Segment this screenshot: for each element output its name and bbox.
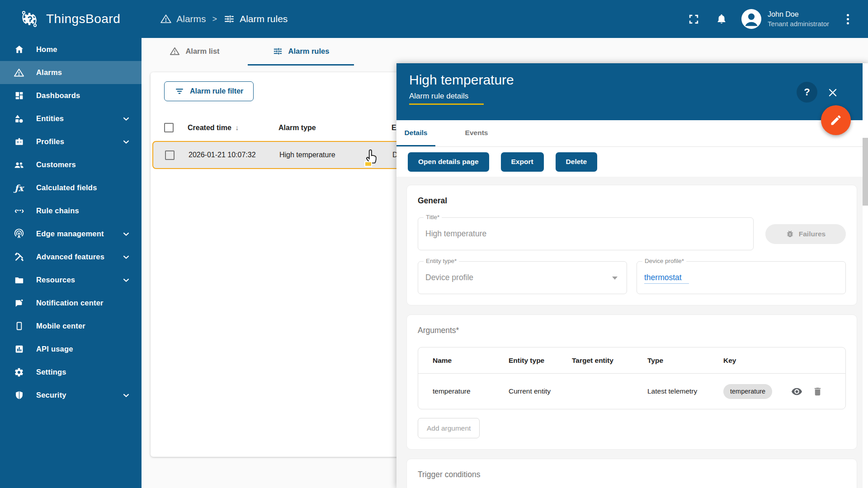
- entities-icon: [13, 114, 25, 124]
- top-app-bar: ThingsBoard Alarms > Alarm rules: [0, 0, 868, 38]
- notifications-button[interactable]: [712, 9, 731, 29]
- panel-tabs: Details Events: [396, 120, 868, 147]
- sidebar-item-label: Advanced features: [36, 253, 104, 261]
- dashboards-icon: [13, 91, 25, 100]
- sidebar-item-edge-management[interactable]: Edge management: [0, 222, 142, 245]
- trigger-conditions-heading: Trigger conditions: [418, 470, 846, 479]
- sidebar-item-dashboards[interactable]: Dashboards: [0, 84, 142, 107]
- avatar[interactable]: [741, 9, 761, 29]
- user-info[interactable]: John Doe Tenant administrator: [768, 10, 829, 28]
- sidebar-item-settings[interactable]: Settings: [0, 361, 142, 384]
- rule-chains-icon: ‹··›: [13, 206, 25, 216]
- row-checkbox[interactable]: [165, 150, 175, 160]
- chevron-down-icon: [122, 137, 131, 146]
- title-field[interactable]: Title* High temperature: [418, 217, 754, 250]
- sidebar-item-entities[interactable]: Entities: [0, 107, 142, 130]
- sidebar-item-label: Notification center: [36, 299, 104, 307]
- title-field-value: High temperature: [418, 218, 753, 239]
- tab-alarm-list[interactable]: Alarm list: [142, 38, 248, 66]
- argument-entity-type: Current entity: [509, 387, 572, 395]
- topbar-actions: John Doe Tenant administrator: [684, 9, 854, 29]
- close-panel-button[interactable]: [824, 84, 842, 102]
- sidebar-item-alarms[interactable]: Alarms: [0, 61, 142, 84]
- select-all-checkbox[interactable]: [164, 123, 174, 132]
- tools-icon: [13, 252, 25, 262]
- panel-body: General Title* High temperature Failures: [396, 177, 863, 488]
- trash-icon[interactable]: [812, 386, 823, 397]
- sidebar-item-home[interactable]: Home: [0, 38, 142, 61]
- sort-descending-icon: ↓: [235, 124, 239, 132]
- arguments-table: Name Entity type Target entity Type Key …: [418, 347, 846, 409]
- sidebar-item-rule-chains[interactable]: ‹··› Rule chains: [0, 199, 142, 222]
- user-name: John Doe: [768, 10, 829, 19]
- tab-details[interactable]: Details: [396, 120, 435, 146]
- column-alarm-type[interactable]: Alarm type: [278, 124, 316, 132]
- alarm-rule-filter-button[interactable]: Alarm rule filter: [164, 81, 254, 101]
- panel-scrollbar-track[interactable]: [863, 63, 868, 488]
- customers-icon: [13, 160, 25, 170]
- warning-icon: [160, 13, 172, 25]
- tab-events[interactable]: Events: [457, 120, 496, 146]
- sidebar-item-resources[interactable]: Resources: [0, 268, 142, 291]
- more-menu-button[interactable]: [841, 14, 854, 24]
- breadcrumb-alarm-rules[interactable]: Alarm rules: [223, 13, 288, 25]
- chevron-down-icon: [122, 391, 131, 400]
- sidebar-item-api-usage[interactable]: API usage: [0, 338, 142, 361]
- sidebar-item-label: API usage: [36, 345, 73, 353]
- dropdown-arrow-icon: [612, 277, 618, 280]
- argument-name: temperature: [433, 387, 509, 395]
- antenna-icon: [13, 229, 25, 239]
- help-button[interactable]: ?: [797, 82, 817, 103]
- argument-row: temperature Current entity Latest teleme…: [418, 374, 845, 409]
- panel-scrollbar-thumb[interactable]: [863, 138, 868, 206]
- edit-fab-button[interactable]: [821, 105, 851, 135]
- sidebar-item-label: Dashboards: [36, 91, 80, 100]
- sidebar-item-customers[interactable]: Customers: [0, 153, 142, 176]
- sidebar-item-calculated-fields[interactable]: ƒx Calculated fields: [0, 176, 142, 199]
- sidebar-item-notification-center[interactable]: Notification center: [0, 291, 142, 314]
- user-role: Tenant administrator: [768, 19, 829, 28]
- thingsboard-logo[interactable]: ThingsBoard: [18, 8, 120, 30]
- alarm-tabs: Alarm list Alarm rules: [142, 38, 868, 66]
- delete-button[interactable]: Delete: [556, 152, 598, 172]
- row-created-time: 2026-01-21 10:07:32: [189, 151, 256, 159]
- warning-icon: [170, 46, 180, 56]
- app-title: ThingsBoard: [46, 12, 120, 26]
- sidebar-nav: Home Alarms Dashboards Entities: [0, 38, 142, 488]
- column-created-time[interactable]: Created time ↓: [188, 124, 239, 132]
- breadcrumb-separator: >: [212, 14, 217, 24]
- device-profile-field[interactable]: Device profile* thermostat: [637, 261, 846, 294]
- sidebar-item-label: Settings: [36, 368, 66, 376]
- tab-label: Alarm rules: [288, 47, 330, 56]
- breadcrumb-parent-label: Alarms: [176, 14, 206, 24]
- failures-button[interactable]: Failures: [765, 224, 846, 244]
- sidebar-item-security[interactable]: Security: [0, 384, 142, 407]
- bug-icon: [786, 230, 794, 238]
- sidebar-item-advanced-features[interactable]: Advanced features: [0, 245, 142, 268]
- visibility-eye-icon[interactable]: [791, 386, 802, 397]
- sidebar-item-mobile-center[interactable]: Mobile center: [0, 314, 142, 338]
- help-icon: ?: [804, 86, 810, 98]
- open-details-page-button[interactable]: Open details page: [408, 152, 489, 172]
- failures-button-label: Failures: [799, 230, 826, 238]
- export-button[interactable]: Export: [501, 152, 544, 172]
- entity-type-select[interactable]: Entity type* Device profile: [418, 261, 627, 294]
- phone-icon: [13, 321, 25, 331]
- profiles-icon: [13, 137, 25, 146]
- thingsboard-gear-icon: [18, 8, 41, 30]
- breadcrumb-alarms[interactable]: Alarms: [160, 13, 206, 25]
- add-argument-button[interactable]: Add argument: [418, 418, 480, 438]
- arguments-table-header: Name Entity type Target entity Type Key: [418, 347, 845, 374]
- sidebar-item-label: Mobile center: [36, 322, 85, 330]
- function-icon: ƒx: [13, 183, 25, 193]
- fullscreen-button[interactable]: [684, 9, 703, 29]
- sidebar-item-label: Rule chains: [36, 206, 79, 215]
- sidebar-item-label: Security: [36, 391, 66, 399]
- bell-icon: [716, 13, 727, 25]
- sidebar-item-label: Entities: [36, 114, 64, 123]
- device-profile-link[interactable]: thermostat: [644, 273, 689, 284]
- tab-alarm-rules[interactable]: Alarm rules: [248, 38, 354, 66]
- column-clipped: E: [392, 124, 396, 132]
- entity-type-label: Entity type*: [424, 258, 459, 264]
- sidebar-item-profiles[interactable]: Profiles: [0, 130, 142, 153]
